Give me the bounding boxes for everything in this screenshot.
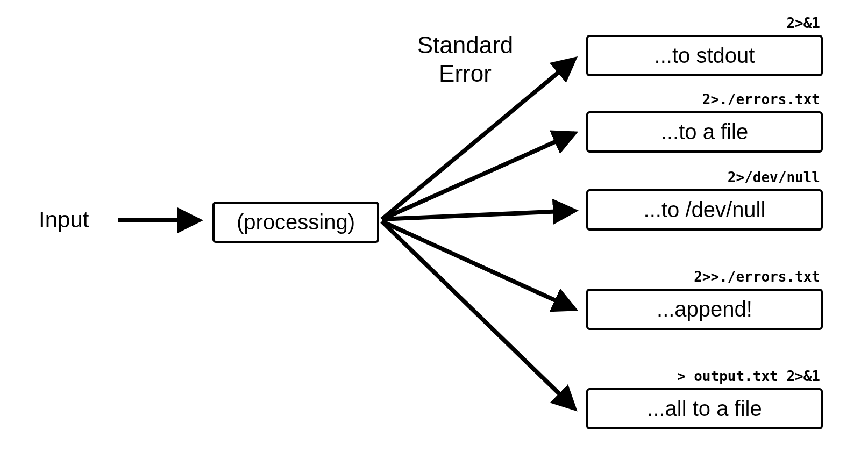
hint-devnull: 2>/dev/null bbox=[586, 169, 820, 185]
target-allfile: ...all to a file bbox=[586, 388, 823, 429]
hint-stdout: 2>&1 bbox=[586, 15, 820, 31]
target-stdout: ...to stdout bbox=[586, 35, 823, 76]
hint-append: 2>>./errors.txt bbox=[586, 269, 820, 285]
processing-box: (processing) bbox=[212, 202, 379, 243]
stderr-heading: Standard Error bbox=[398, 31, 532, 88]
input-label: Input bbox=[39, 207, 89, 233]
hint-file: 2>./errors.txt bbox=[586, 91, 820, 107]
arrow-to-file bbox=[382, 133, 574, 219]
target-file: ...to a file bbox=[586, 111, 823, 153]
arrow-to-append bbox=[382, 221, 574, 309]
target-devnull: ...to /dev/null bbox=[586, 189, 823, 231]
target-append: ...append! bbox=[586, 289, 823, 330]
hint-allfile: > output.txt 2>&1 bbox=[586, 368, 820, 384]
arrow-to-allfile bbox=[382, 221, 574, 408]
arrow-to-devnull bbox=[382, 211, 574, 219]
